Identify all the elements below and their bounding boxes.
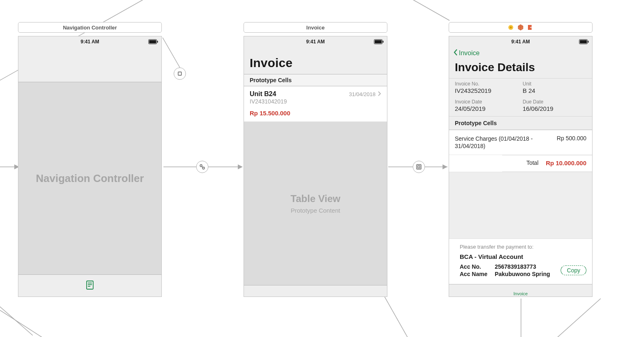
svg-rect-28 [375,40,382,43]
due-date-label: Due Date [523,99,586,105]
payment-hint: Please transfer the payment to: [460,244,586,250]
svg-line-4 [523,299,601,337]
svg-rect-19 [418,166,420,168]
nav-controller-label: Navigation Controller [36,172,144,185]
svg-point-31 [510,27,512,29]
invoice-no-value: IV243252019 [455,87,519,94]
scene-navigation-controller[interactable]: Navigation Controller 9:41 AM Navigation… [18,22,162,297]
spacer [449,172,592,238]
page-title: Invoice [250,56,381,70]
total-value: Rp 10.000.000 [546,160,586,166]
svg-line-1 [0,294,90,337]
status-bar: 9:41 AM [449,36,592,45]
svg-rect-35 [588,41,589,43]
cell-amount: Rp 15.500.000 [250,110,290,117]
tab-invoice-label[interactable]: Invoice [514,291,528,296]
total-label: Total [526,160,539,166]
line-item-desc: Service Charges (01/04/2018 - 31/04/2018… [455,135,537,150]
device-frame: 9:41 AM Navigation Controller [18,36,162,297]
prototype-section-header: Prototype Cells [449,117,592,130]
device-frame: 9:41 AM Invoice Invoice Details Invoice … [449,36,593,297]
chevron-right-icon [378,91,381,97]
acc-no-label: Acc No. [460,263,487,270]
invoice-meta-grid: Invoice No. IV243252019 Unit B 24 Invoic… [449,79,592,117]
unit-label: Unit [523,81,586,87]
status-time: 9:41 AM [244,39,387,45]
svg-rect-29 [383,41,384,43]
line-item-amount: Rp 500.000 [557,135,586,150]
svg-rect-34 [580,40,587,43]
acc-no-value: 2567839183773 [495,263,550,270]
tab-bar[interactable] [244,285,387,297]
payment-info-card: Please transfer the payment to: BCA - Vi… [449,238,592,284]
tab-bar[interactable]: Invoice [449,284,592,297]
copy-button[interactable]: Copy [561,265,586,275]
svg-line-3 [327,0,449,20]
cell-date: 31/04/2018 [349,91,376,97]
cube-icon [517,24,524,31]
total-row: Total Rp 10.000.000 [502,155,592,172]
line-item-row: Service Charges (01/04/2018 - 31/04/2018… [449,130,592,155]
status-time: 9:41 AM [449,39,592,45]
svg-rect-23 [87,281,93,289]
svg-line-13 [163,38,180,67]
svg-point-16 [203,167,205,169]
scene-title[interactable]: Invoice [244,22,387,33]
svg-rect-22 [157,41,158,43]
scene-title[interactable] [449,22,593,33]
device-frame: 9:41 AM Invoice Prototype Cells Unit B24… [244,36,387,297]
page-title: Invoice Details [455,61,586,74]
segue-icon-relationship[interactable] [174,67,186,80]
scene-title-label: Invoice [306,25,325,31]
unit-value: B 24 [523,87,586,94]
chevron-left-icon [453,49,458,58]
back-label: Invoice [459,49,480,57]
back-button[interactable]: Invoice [449,45,592,58]
svg-rect-21 [149,40,156,43]
table-view-title: Table View [291,193,340,204]
invoice-date-label: Invoice Date [455,99,519,105]
segue-icon-root[interactable] [196,161,208,173]
tab-bar[interactable] [18,274,161,297]
scene-title[interactable]: Navigation Controller [18,22,162,33]
scene-invoice-details[interactable]: 9:41 AM Invoice Invoice Details Invoice … [449,22,593,297]
segue-icon-show[interactable] [413,161,425,173]
status-bar: 9:41 AM [244,36,387,45]
svg-point-15 [200,165,202,167]
large-title-header: Invoice Details [449,58,592,79]
invoice-no-label: Invoice No. [455,81,519,87]
nav-controller-placeholder: Navigation Controller [18,82,161,274]
svg-rect-14 [178,72,181,75]
tab-invoice-icon[interactable] [85,280,95,292]
battery-icon [374,39,384,44]
bank-name: BCA - Virtual Account [460,253,586,260]
svg-line-17 [202,166,203,167]
invoice-cell[interactable]: Unit B24 IV2431042019 Rp 15.500.000 31/0… [244,86,387,122]
acc-name-label: Acc Name [460,271,487,277]
svg-marker-12 [443,164,447,169]
scene-invoice-list[interactable]: Invoice 9:41 AM Invoice Prototype Cells … [244,22,387,297]
svg-marker-10 [238,164,243,169]
cell-invoice-id: IV2431042019 [250,98,290,105]
due-date-value: 16/06/2019 [523,105,586,112]
battery-icon [579,39,589,44]
prototype-section-header: Prototype Cells [244,74,387,86]
cell-unit-label: Unit B24 [250,90,290,98]
scene-title-label: Navigation Controller [63,25,117,31]
status-time: 9:41 AM [18,39,161,45]
invoice-date-value: 24/05/2019 [455,105,519,112]
exit-icon [527,24,534,31]
table-view-subtitle: Prototype Content [291,207,340,214]
battery-icon [148,39,158,44]
svg-rect-18 [417,165,421,169]
acc-name-value: Pakubuwono Spring [495,271,550,277]
table-view-placeholder: Table View Prototype Content [244,122,387,285]
status-bar: 9:41 AM [18,36,161,45]
yellow-dot-icon [508,24,514,31]
